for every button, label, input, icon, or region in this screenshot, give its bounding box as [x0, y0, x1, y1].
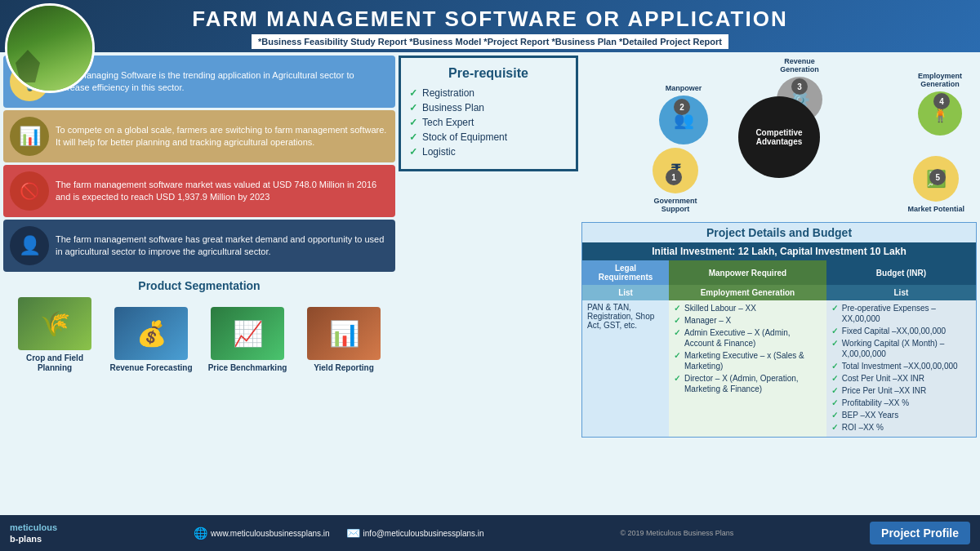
project-profile-badge: Project Profile	[870, 522, 970, 544]
investment-row: Initial Investment: 12 Lakh, Capital Inv…	[582, 242, 976, 260]
prerequisite-box: Pre-requisite ✓ Registration ✓ Business …	[399, 56, 578, 171]
brand-line2: b-plans	[10, 533, 57, 544]
product-label-yield: Yield Reporting	[314, 363, 374, 373]
orbit-manpower: Manpower 👥 2	[659, 84, 708, 146]
middle-column: Pre-requisite ✓ Registration ✓ Business …	[399, 56, 578, 544]
th-sub-list: List	[582, 285, 669, 300]
th-sub-budget-list: List	[826, 285, 976, 300]
website-text: www.meticulousbusinessplans.in	[211, 529, 330, 538]
emp-item-3: Admin Executive – X (Admin, Account & Fi…	[674, 327, 822, 349]
contact-email: ✉️ info@meticulousbusinessplans.in	[346, 527, 484, 540]
prereq-item-2: ✓ Business Plan	[409, 102, 568, 113]
td-budget: Pre-operative Expenses –XX,00,000 Fixed …	[826, 300, 976, 437]
brand-line1: meticulous	[10, 522, 57, 533]
td-manpower: Skilled Labour – XX Manager – X Admin Ex…	[669, 300, 826, 437]
diagram-center-label: Competitive Advantages	[738, 128, 820, 146]
product-item-price: 📈 Price Benchmarking	[203, 307, 292, 373]
info-text-3: The farm management software market was …	[56, 179, 389, 204]
info-text-1: Farm Managing Software is the trending a…	[56, 69, 389, 95]
header: FARM MANAGEMENT SOFTWARE OR APPLICATION …	[0, 0, 980, 52]
th-legal: Legal Requirements	[582, 260, 669, 285]
prereq-label-2: Business Plan	[422, 102, 484, 113]
budget-item-5: Cost Per Unit –XX INR	[831, 373, 971, 384]
budget-item-9: ROI –XX %	[831, 422, 971, 433]
project-details-section: Project Details and Budget Initial Inves…	[581, 222, 977, 438]
product-label-crop: Crop and Field Planning	[10, 353, 100, 373]
employment-list: Skilled Labour – XX Manager – X Admin Ex…	[674, 303, 822, 394]
prereq-label-5: Logistic	[422, 146, 456, 158]
budget-list: Pre-operative Expenses –XX,00,000 Fixed …	[831, 303, 971, 433]
budget-item-8: BEP –XX Years	[831, 410, 971, 420]
check-icon-4: ✓	[409, 131, 417, 143]
revenue-image: 💰	[114, 307, 188, 360]
check-icon-3: ✓	[409, 117, 417, 128]
budget-item-7: Profitability –XX %	[831, 398, 971, 408]
td-legal: PAN & TAN, Registration, Shop Act, GST, …	[582, 300, 669, 437]
right-column: Competitive Advantages Revenue Generatio…	[581, 56, 977, 544]
page-title: FARM MANAGEMENT SOFTWARE OR APPLICATION	[3, 7, 977, 32]
table-row-main: PAN & TAN, Registration, Shop Act, GST, …	[582, 300, 976, 437]
main-content: 💡 Farm Managing Software is the trending…	[0, 52, 980, 548]
product-label-revenue: Revenue Forecasting	[109, 363, 192, 373]
th-budget: Budget (INR)	[826, 260, 976, 285]
orbit-label-revenue-gen: Revenue Generation	[771, 57, 828, 73]
competitive-advantages-diagram: Competitive Advantages Revenue Generatio…	[581, 56, 977, 219]
email-text: info@meticulousbusinessplans.in	[363, 529, 484, 538]
prereq-item-5: ✓ Logistic	[409, 146, 568, 158]
budget-item-4: Total Investment –XX,00,00,000	[831, 361, 971, 371]
contact-website: 🌐 www.meticulousbusinessplans.in	[194, 527, 330, 540]
left-column: 💡 Farm Managing Software is the trending…	[3, 56, 395, 544]
th-manpower: Manpower Required	[669, 260, 826, 285]
footer-brand: meticulous b-plans	[10, 522, 57, 545]
project-details-title: Project Details and Budget	[582, 223, 976, 242]
prereq-label-1: Registration	[422, 87, 474, 99]
badge-2: 2	[674, 99, 690, 115]
footer-contact: 🌐 www.meticulousbusinessplans.in ✉️ info…	[194, 527, 484, 540]
product-icons-row: 🌾 Crop and Field Planning 💰 Revenue Fore…	[7, 297, 392, 373]
orbit-employment: Employment Generation 🧍 4	[911, 72, 969, 137]
person-icon: 👤	[10, 226, 49, 265]
prereq-item-3: ✓ Tech Expert	[409, 117, 568, 128]
orbit-market: 💹 Market Potential 5	[907, 156, 964, 215]
orbit-govt: ₹ Government Support 1	[647, 148, 704, 215]
orbit-label-market: Market Potential	[907, 205, 964, 213]
product-label-price: Price Benchmarking	[208, 363, 287, 373]
yield-image: 📊	[307, 307, 381, 360]
price-image: 📈	[211, 307, 284, 360]
project-table: Legal Requirements Manpower Required Bud…	[582, 260, 976, 437]
th-sub-employment: Employment Generation	[669, 285, 826, 300]
orbit-label-manpower: Manpower	[666, 84, 702, 92]
prereq-item-1: ✓ Registration	[409, 87, 568, 99]
emp-item-4: Marketing Executive – x (Sales & Marketi…	[674, 350, 822, 371]
emp-item-5: Director – X (Admin, Operation, Marketin…	[674, 373, 822, 394]
footer-copyright: © 2019 Meticulous Business Plans	[620, 529, 733, 537]
prereq-title: Pre-requisite	[409, 66, 568, 81]
budget-item-3: Working Capital (X Month) – X,00,00,000	[831, 338, 971, 359]
footer: meticulous b-plans 🌐 www.meticulousbusin…	[0, 515, 980, 551]
header-subtitle: *Business Feasibility Study Report *Busi…	[252, 34, 728, 49]
orbit-label-govt: Government Support	[647, 197, 704, 213]
check-icon-5: ✓	[409, 146, 417, 158]
badge-3: 3	[791, 78, 808, 95]
emp-item-2: Manager – X	[674, 315, 822, 326]
diagram-center: Competitive Advantages	[738, 96, 820, 178]
product-seg-title: Product Segmentation	[7, 279, 392, 292]
orbit-label-employment: Employment Generation	[911, 72, 969, 88]
badge-4: 4	[933, 93, 950, 109]
product-segmentation: Product Segmentation 🌾 Crop and Field Pl…	[3, 274, 395, 376]
globe-icon: 🌐	[194, 527, 207, 540]
info-card-4: 👤 The farm management software has great…	[3, 220, 395, 272]
info-card-3: 🚫 The farm management software market wa…	[3, 165, 395, 217]
budget-item-2: Fixed Capital –XX,00,00,000	[831, 326, 971, 336]
chart-icon: 📊	[10, 117, 49, 156]
prereq-label-4: Stock of Equipment	[422, 131, 507, 143]
prereq-list: ✓ Registration ✓ Business Plan ✓ Tech Ex…	[409, 87, 568, 158]
prereq-label-3: Tech Expert	[422, 117, 474, 128]
blocked-icon: 🚫	[10, 171, 49, 211]
emp-item-1: Skilled Labour – XX	[674, 303, 822, 313]
email-icon: ✉️	[346, 527, 360, 540]
prereq-item-4: ✓ Stock of Equipment	[409, 131, 568, 143]
crop-field-image: 🌾	[18, 297, 91, 350]
check-icon-2: ✓	[409, 102, 417, 113]
farm-image-circle	[5, 3, 95, 93]
